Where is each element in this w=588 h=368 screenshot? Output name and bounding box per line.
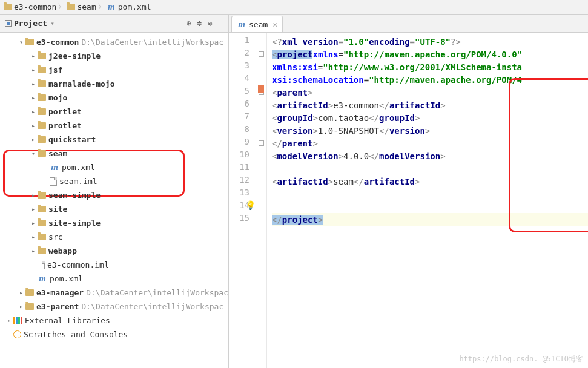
expand-icon[interactable]: ▾ — [17, 39, 25, 45]
folder-icon — [38, 150, 46, 157]
library-icon — [13, 317, 22, 324]
tree-item[interactable]: ▸External Libraries — [0, 314, 228, 327]
tree-item[interactable]: ▸e3-parentD:\DataCenter\intellijWorkspac — [0, 300, 228, 314]
expand-icon[interactable]: ▸ — [17, 303, 25, 310]
expand-icon[interactable]: ▸ — [5, 317, 13, 324]
tree-item[interactable]: ▸seam-simple — [0, 188, 228, 202]
tree-label: External Libraries — [25, 316, 110, 325]
tab-seam[interactable]: m seam × — [231, 16, 283, 32]
tree-label: webapp — [48, 246, 77, 255]
code-line[interactable] — [272, 200, 588, 213]
chevron-down-icon: ▾ — [51, 20, 55, 27]
tree-item[interactable]: Scratches and Consoles — [0, 327, 228, 341]
expand-icon[interactable]: ▸ — [29, 94, 38, 101]
expand-icon[interactable]: ▸ — [29, 122, 38, 129]
tree-label: j2ee-simple — [48, 51, 101, 61]
tree-item[interactable]: ▸protlet — [0, 119, 228, 133]
tree-item[interactable]: ▸quickstart — [0, 133, 228, 146]
tree-label: seam.iml — [59, 177, 97, 186]
tree-label: Scratches and Consoles — [24, 330, 128, 339]
folder-icon — [25, 289, 34, 296]
breadcrumb-item[interactable]: m pom.xml — [107, 2, 151, 12]
expand-icon[interactable]: ▸ — [29, 234, 38, 240]
code-line[interactable]: xsi:schemaLocation="http://maven.apache.… — [272, 73, 588, 86]
folder-icon — [25, 303, 34, 310]
watermark: https://blog.csdn. @51CTO博客 — [459, 354, 583, 364]
code-line[interactable]: <groupId>com.taotao</groupId> — [272, 111, 588, 124]
tree-item[interactable]: ▸site-simple — [0, 216, 228, 230]
collapse-icon[interactable]: ≑ — [197, 19, 202, 28]
expand-icon[interactable]: ▾ — [29, 150, 38, 157]
code-line[interactable]: </project> — [272, 213, 588, 226]
code-line[interactable]: <?xml version="1.0" encoding="UTF-8"?> — [272, 35, 588, 48]
bulb-icon[interactable]: 💡 — [245, 200, 256, 210]
expand-icon[interactable]: ▸ — [29, 53, 38, 59]
folder-icon — [67, 4, 75, 10]
project-icon — [5, 20, 12, 27]
tree-item[interactable]: ▸marmalade-mojo — [0, 77, 228, 91]
code-line[interactable]: <parent> — [272, 86, 588, 99]
close-icon[interactable]: × — [273, 20, 277, 29]
tree-label: mojo — [48, 93, 67, 102]
tree-label: quickstart — [48, 135, 96, 144]
code-line[interactable]: xmlns:xsi="http://www.w3.org/2001/XMLSch… — [272, 61, 588, 73]
tree-item[interactable]: e3-common.iml — [0, 258, 228, 272]
code-line[interactable]: </parent> — [272, 137, 588, 150]
tree-item[interactable]: ▸e3-managerD:\DataCenter\intellijWorkspa… — [0, 286, 228, 300]
minimize-icon[interactable]: — — [219, 19, 223, 28]
folder-icon — [38, 206, 46, 212]
tree-path: D:\DataCenter\intellijWorkspac — [81, 38, 223, 47]
tree-item[interactable]: mpom.xml — [0, 160, 228, 174]
breadcrumb-item[interactable]: e3-common — [4, 2, 56, 12]
expand-icon[interactable]: ▸ — [29, 206, 38, 212]
folder-icon — [38, 136, 46, 143]
fold-icon[interactable]: − — [259, 140, 264, 146]
tree-item[interactable]: ▸portlet — [0, 105, 228, 119]
tree-item[interactable]: ▾seam — [0, 146, 228, 160]
tree-item[interactable]: seam.iml — [0, 174, 228, 188]
folder-icon — [38, 94, 46, 101]
breadcrumb-item[interactable]: seam — [67, 2, 96, 12]
expand-icon[interactable]: ▸ — [29, 80, 38, 87]
maven-icon: m — [50, 162, 59, 172]
fold-gutter[interactable]: −−− — [256, 33, 267, 368]
tree-label: portlet — [48, 107, 82, 116]
tree-item[interactable]: ▸site — [0, 202, 228, 216]
fold-icon[interactable]: − — [259, 51, 264, 57]
expand-icon[interactable]: ▸ — [29, 192, 38, 199]
sidebar-title[interactable]: Project ▾ — [5, 19, 55, 28]
expand-icon[interactable]: ▸ — [29, 248, 38, 254]
code-editor[interactable]: 123456789101112131415 −−− 💡 <?xml versio… — [229, 33, 588, 368]
gear-icon[interactable]: ✲ — [208, 19, 213, 28]
tree-label: jsf — [48, 65, 62, 74]
folder-icon — [38, 248, 46, 254]
project-tree[interactable]: ▾e3-commonD:\DataCenter\intellijWorkspac… — [0, 33, 228, 368]
code-line[interactable] — [272, 188, 588, 200]
tree-item[interactable]: ▾e3-commonD:\DataCenter\intellijWorkspac — [0, 35, 228, 49]
expand-icon[interactable]: ▸ — [17, 289, 25, 296]
tree-label: e3-common — [36, 38, 79, 47]
code-line[interactable]: <artifactId>e3-common</artifactId> — [272, 99, 588, 111]
maven-icon: m — [107, 2, 116, 12]
breadcrumb: e3-common 〉 seam 〉 m pom.xml — [0, 0, 588, 15]
tree-item[interactable]: ▸src — [0, 230, 228, 244]
code-line[interactable] — [272, 162, 588, 175]
tree-label: site-simple — [48, 218, 101, 228]
tree-item[interactable]: ▸jsf — [0, 63, 228, 77]
tree-item[interactable]: ▸j2ee-simple — [0, 49, 228, 63]
target-icon[interactable]: ⊕ — [187, 19, 191, 28]
expand-icon[interactable]: ▸ — [29, 136, 38, 143]
tree-item[interactable]: ▸mojo — [0, 91, 228, 105]
tree-item[interactable]: ▸webapp — [0, 244, 228, 258]
tree-label: e3-parent — [36, 302, 79, 311]
bookmark-icon — [258, 85, 264, 93]
code-line[interactable]: <modelVersion>4.0.0</modelVersion> — [272, 150, 588, 162]
expand-icon[interactable]: ▸ — [29, 220, 38, 226]
expand-icon[interactable]: ▸ — [29, 67, 38, 73]
code-content[interactable]: 💡 <?xml version="1.0" encoding="UTF-8"?>… — [267, 33, 588, 368]
code-line[interactable]: <version>1.0-SNAPSHOT</version> — [272, 124, 588, 137]
code-line[interactable]: <artifactId>seam</artifactId> — [272, 175, 588, 188]
tree-item[interactable]: mpom.xml — [0, 272, 228, 286]
code-line[interactable]: <project xmlns="http://maven.apache.org/… — [272, 48, 588, 61]
expand-icon[interactable]: ▸ — [29, 108, 38, 115]
